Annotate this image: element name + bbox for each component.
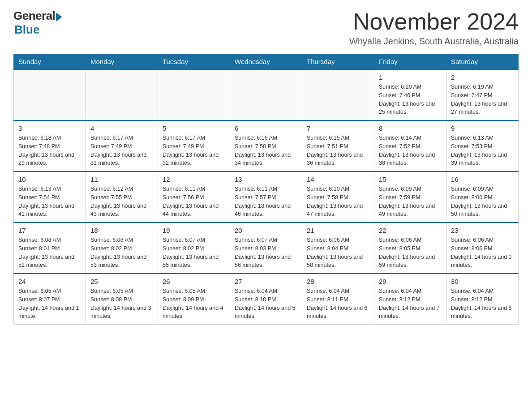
day-info: Sunrise: 6:04 AM Sunset: 8:10 PM Dayligh… (235, 287, 297, 321)
day-number: 15 (379, 176, 442, 183)
header: General Blue November 2024 Whyalla Jenki… (13, 9, 519, 47)
day-info: Sunrise: 6:14 AM Sunset: 7:52 PM Dayligh… (379, 134, 442, 167)
calendar-cell: 12Sunrise: 6:11 AM Sunset: 7:56 PM Dayli… (158, 171, 230, 223)
day-info: Sunrise: 6:20 AM Sunset: 7:46 PM Dayligh… (379, 83, 442, 116)
header-saturday: Saturday (446, 54, 519, 70)
day-info: Sunrise: 6:09 AM Sunset: 8:00 PM Dayligh… (451, 185, 514, 218)
day-info: Sunrise: 6:11 AM Sunset: 7:57 PM Dayligh… (235, 185, 297, 218)
calendar-cell: 26Sunrise: 6:05 AM Sunset: 8:09 PM Dayli… (158, 274, 230, 325)
calendar-cell (302, 69, 374, 120)
day-number: 1 (379, 73, 442, 81)
calendar-cell: 29Sunrise: 6:04 AM Sunset: 8:12 PM Dayli… (374, 274, 446, 325)
day-number: 4 (90, 124, 153, 132)
header-wednesday: Wednesday (230, 54, 302, 70)
calendar-table: SundayMondayTuesdayWednesdayThursdayFrid… (13, 54, 519, 325)
day-info: Sunrise: 6:17 AM Sunset: 7:49 PM Dayligh… (163, 134, 225, 167)
calendar-cell: 22Sunrise: 6:06 AM Sunset: 8:05 PM Dayli… (374, 223, 446, 274)
calendar-cell: 20Sunrise: 6:07 AM Sunset: 8:03 PM Dayli… (230, 223, 302, 274)
calendar-cell: 9Sunrise: 6:13 AM Sunset: 7:53 PM Daylig… (446, 120, 519, 171)
calendar-cell: 30Sunrise: 6:04 AM Sunset: 8:12 PM Dayli… (446, 274, 519, 325)
logo-general-text: General (13, 9, 55, 23)
page-title: November 2024 (349, 9, 519, 34)
header-thursday: Thursday (302, 54, 374, 70)
day-number: 10 (18, 176, 81, 183)
calendar-cell: 2Sunrise: 6:19 AM Sunset: 7:47 PM Daylig… (446, 69, 519, 120)
logo-arrow-icon (56, 13, 62, 21)
calendar-header: SundayMondayTuesdayWednesdayThursdayFrid… (14, 54, 519, 70)
calendar-cell: 4Sunrise: 6:17 AM Sunset: 7:49 PM Daylig… (86, 120, 158, 171)
day-info: Sunrise: 6:04 AM Sunset: 8:11 PM Dayligh… (307, 287, 369, 321)
calendar-cell: 14Sunrise: 6:10 AM Sunset: 7:58 PM Dayli… (302, 171, 374, 223)
day-number: 28 (307, 278, 369, 285)
day-info: Sunrise: 6:13 AM Sunset: 7:53 PM Dayligh… (451, 134, 514, 167)
day-number: 9 (451, 124, 514, 132)
day-info: Sunrise: 6:16 AM Sunset: 7:50 PM Dayligh… (235, 134, 297, 167)
day-info: Sunrise: 6:13 AM Sunset: 7:54 PM Dayligh… (18, 185, 81, 218)
day-info: Sunrise: 6:06 AM Sunset: 8:05 PM Dayligh… (379, 236, 442, 270)
day-info: Sunrise: 6:07 AM Sunset: 8:03 PM Dayligh… (235, 236, 297, 270)
day-number: 19 (163, 227, 225, 234)
day-number: 25 (90, 278, 153, 285)
calendar-cell (158, 69, 230, 120)
calendar-cell: 11Sunrise: 6:12 AM Sunset: 7:55 PM Dayli… (86, 171, 158, 223)
calendar-cell: 28Sunrise: 6:04 AM Sunset: 8:11 PM Dayli… (302, 274, 374, 325)
calendar-cell: 21Sunrise: 6:06 AM Sunset: 8:04 PM Dayli… (302, 223, 374, 274)
day-info: Sunrise: 6:11 AM Sunset: 7:56 PM Dayligh… (163, 185, 225, 218)
calendar-cell (14, 69, 86, 120)
day-number: 26 (163, 278, 225, 285)
calendar-cell: 17Sunrise: 6:08 AM Sunset: 8:01 PM Dayli… (14, 223, 86, 274)
logo-blue-text: Blue (14, 23, 39, 37)
calendar-cell: 13Sunrise: 6:11 AM Sunset: 7:57 PM Dayli… (230, 171, 302, 223)
day-number: 11 (90, 176, 153, 183)
calendar-cell: 7Sunrise: 6:15 AM Sunset: 7:51 PM Daylig… (302, 120, 374, 171)
calendar-cell (230, 69, 302, 120)
day-info: Sunrise: 6:05 AM Sunset: 8:07 PM Dayligh… (18, 287, 81, 321)
day-info: Sunrise: 6:05 AM Sunset: 8:09 PM Dayligh… (163, 287, 225, 321)
calendar-cell: 15Sunrise: 6:09 AM Sunset: 7:59 PM Dayli… (374, 171, 446, 223)
day-info: Sunrise: 6:09 AM Sunset: 7:59 PM Dayligh… (379, 185, 442, 218)
day-info: Sunrise: 6:17 AM Sunset: 7:49 PM Dayligh… (90, 134, 153, 167)
calendar-body: 1Sunrise: 6:20 AM Sunset: 7:46 PM Daylig… (14, 69, 519, 325)
day-info: Sunrise: 6:18 AM Sunset: 7:48 PM Dayligh… (18, 134, 81, 167)
calendar-cell: 27Sunrise: 6:04 AM Sunset: 8:10 PM Dayli… (230, 274, 302, 325)
calendar-cell: 6Sunrise: 6:16 AM Sunset: 7:50 PM Daylig… (230, 120, 302, 171)
day-number: 5 (163, 124, 225, 132)
day-info: Sunrise: 6:06 AM Sunset: 8:04 PM Dayligh… (307, 236, 369, 270)
day-info: Sunrise: 6:08 AM Sunset: 8:01 PM Dayligh… (18, 236, 81, 270)
day-info: Sunrise: 6:05 AM Sunset: 8:08 PM Dayligh… (90, 287, 153, 321)
day-number: 7 (307, 124, 369, 132)
week-row-3: 10Sunrise: 6:13 AM Sunset: 7:54 PM Dayli… (14, 171, 519, 223)
header-row: SundayMondayTuesdayWednesdayThursdayFrid… (14, 54, 519, 70)
calendar-cell (86, 69, 158, 120)
day-info: Sunrise: 6:10 AM Sunset: 7:58 PM Dayligh… (307, 185, 369, 218)
day-number: 24 (18, 278, 81, 285)
day-number: 17 (18, 227, 81, 234)
day-info: Sunrise: 6:08 AM Sunset: 8:02 PM Dayligh… (90, 236, 153, 270)
day-number: 29 (379, 278, 442, 285)
logo: General Blue (13, 9, 62, 37)
day-info: Sunrise: 6:04 AM Sunset: 8:12 PM Dayligh… (379, 287, 442, 321)
day-number: 23 (451, 227, 514, 234)
day-number: 2 (451, 73, 514, 81)
calendar-cell: 24Sunrise: 6:05 AM Sunset: 8:07 PM Dayli… (14, 274, 86, 325)
day-number: 6 (235, 124, 297, 132)
title-area: November 2024 Whyalla Jenkins, South Aus… (349, 9, 519, 47)
day-number: 30 (451, 278, 514, 285)
calendar-cell: 25Sunrise: 6:05 AM Sunset: 8:08 PM Dayli… (86, 274, 158, 325)
week-row-2: 3Sunrise: 6:18 AM Sunset: 7:48 PM Daylig… (14, 120, 519, 171)
day-info: Sunrise: 6:06 AM Sunset: 8:06 PM Dayligh… (451, 236, 514, 270)
day-number: 16 (451, 176, 514, 183)
day-info: Sunrise: 6:07 AM Sunset: 8:02 PM Dayligh… (163, 236, 225, 270)
day-number: 20 (235, 227, 297, 234)
week-row-1: 1Sunrise: 6:20 AM Sunset: 7:46 PM Daylig… (14, 69, 519, 120)
header-sunday: Sunday (14, 54, 86, 70)
week-row-5: 24Sunrise: 6:05 AM Sunset: 8:07 PM Dayli… (14, 274, 519, 325)
day-number: 22 (379, 227, 442, 234)
calendar-cell: 16Sunrise: 6:09 AM Sunset: 8:00 PM Dayli… (446, 171, 519, 223)
header-tuesday: Tuesday (158, 54, 230, 70)
calendar-cell: 19Sunrise: 6:07 AM Sunset: 8:02 PM Dayli… (158, 223, 230, 274)
day-info: Sunrise: 6:12 AM Sunset: 7:55 PM Dayligh… (90, 185, 153, 218)
day-info: Sunrise: 6:19 AM Sunset: 7:47 PM Dayligh… (451, 83, 514, 116)
day-number: 18 (90, 227, 153, 234)
day-number: 21 (307, 227, 369, 234)
